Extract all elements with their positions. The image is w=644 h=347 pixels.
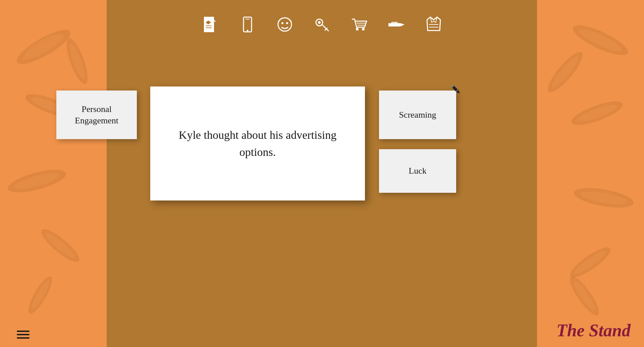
- hamburger-line-3: [17, 337, 30, 339]
- pencil-icon: [449, 83, 462, 95]
- hotdog-decoration: [8, 18, 79, 75]
- phone-nav-icon[interactable]: [238, 15, 257, 34]
- hamburger-line-2: [17, 334, 30, 335]
- vest-nav-icon[interactable]: [424, 15, 443, 34]
- personal-engagement-card[interactable]: Personal Engagement: [56, 91, 137, 139]
- svg-point-11: [576, 102, 619, 124]
- the-stand-text: The Stand: [556, 321, 631, 340]
- svg-point-13: [580, 189, 628, 207]
- svg-point-1: [21, 31, 66, 63]
- luck-label: Luck: [409, 166, 426, 176]
- hamburger-menu[interactable]: [17, 331, 30, 339]
- svg-point-22: [566, 273, 603, 319]
- hamburger-line-1: [17, 331, 30, 332]
- hotdog-decoration: [20, 270, 61, 320]
- main-content-text: Kyle thought about his advertising optio…: [164, 126, 352, 161]
- svg-point-8: [570, 20, 631, 60]
- svg-point-18: [24, 274, 56, 316]
- hotdog-decoration: [564, 14, 636, 66]
- svg-point-32: [286, 22, 288, 24]
- key-nav-icon[interactable]: [313, 15, 331, 34]
- svg-point-20: [543, 48, 587, 97]
- svg-point-23: [571, 279, 598, 313]
- svg-point-7: [43, 230, 77, 261]
- blade-nav-icon[interactable]: [387, 15, 406, 34]
- svg-point-39: [362, 28, 365, 31]
- svg-point-14: [567, 243, 614, 282]
- svg-point-0: [13, 24, 74, 69]
- cart-nav-icon[interactable]: [350, 15, 369, 34]
- svg-point-31: [281, 22, 283, 24]
- svg-rect-43: [391, 22, 398, 24]
- the-stand-branding: The Stand: [556, 321, 631, 340]
- svg-point-4: [6, 165, 68, 197]
- hotdog-decoration: [58, 32, 97, 90]
- hotdog-decoration: [565, 91, 630, 135]
- hotdog-decoration: [562, 238, 619, 287]
- svg-point-38: [356, 28, 359, 31]
- torn-paper-nav-icon[interactable]: [201, 15, 220, 34]
- svg-point-34: [318, 21, 321, 24]
- hotdog-decoration: [538, 43, 593, 101]
- main-content-card: Kyle thought about his advertising optio…: [150, 86, 365, 200]
- svg-point-6: [38, 225, 83, 266]
- hotdog-decoration: [33, 220, 88, 271]
- screaming-label: Screaming: [399, 110, 436, 120]
- svg-rect-24: [204, 17, 214, 32]
- svg-point-16: [63, 36, 92, 86]
- svg-point-21: [549, 54, 581, 90]
- svg-point-19: [29, 279, 51, 311]
- luck-card[interactable]: Luck: [379, 149, 456, 193]
- svg-point-12: [573, 184, 635, 211]
- svg-point-28: [247, 30, 248, 32]
- svg-point-10: [569, 97, 625, 130]
- svg-point-15: [573, 248, 608, 277]
- svg-point-17: [67, 42, 88, 80]
- icon-bar: [107, 15, 537, 34]
- screaming-card[interactable]: Screaming: [379, 91, 456, 139]
- hotdog-decoration: [560, 268, 608, 323]
- svg-line-37: [325, 29, 326, 31]
- svg-point-9: [577, 26, 624, 55]
- personal-engagement-label: Personal Engagement: [63, 104, 130, 126]
- svg-point-5: [13, 170, 61, 192]
- hotdog-decoration: [1, 159, 73, 203]
- hotdog-decoration: [569, 179, 639, 217]
- face-nav-icon[interactable]: [275, 15, 294, 34]
